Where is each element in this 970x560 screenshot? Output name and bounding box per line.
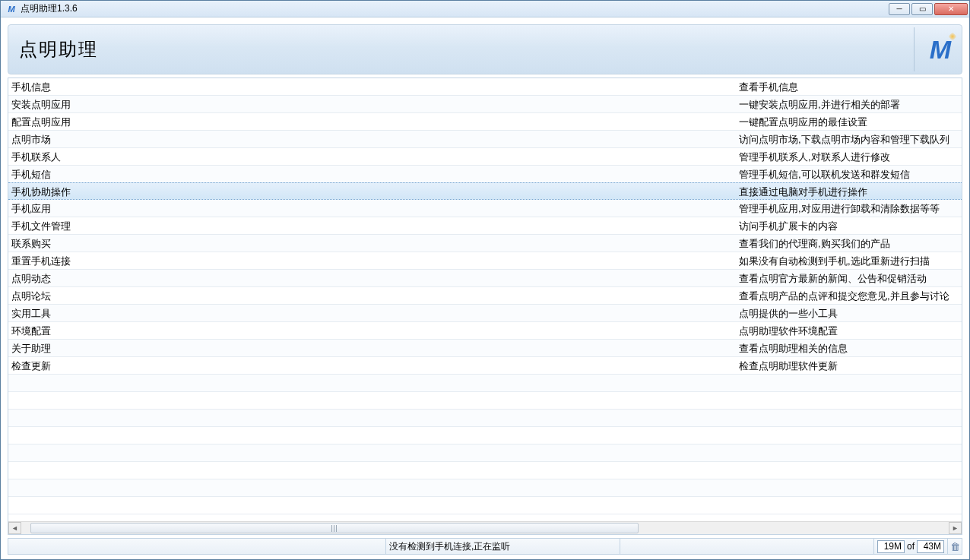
- list-item[interactable]: 检查更新检查点明助理软件更新: [8, 357, 962, 375]
- item-name: 关于助理: [8, 340, 736, 356]
- item-name: 联系购买: [8, 235, 736, 252]
- content-panel: 手机信息查看手机信息安装点明应用一键安装点明应用,并进行相关的部署配置点明应用一…: [8, 78, 962, 535]
- item-description: 查看点明官方最新的新闻、公告和促销活动: [736, 270, 962, 286]
- list-item[interactable]: 关于助理查看点明助理相关的信息: [8, 340, 962, 357]
- item-description: 查看点明助理相关的信息: [736, 340, 962, 356]
- item-description: 查看我们的代理商,购买我们的产品: [736, 235, 962, 252]
- logo-wrap: M: [914, 27, 951, 71]
- item-description: 如果没有自动检测到手机,选此重新进行扫描: [736, 252, 962, 269]
- list-item[interactable]: 手机信息查看手机信息: [8, 78, 962, 96]
- status-bar: 没有检测到手机连接,正在监听 19M of 43M 🗑: [8, 538, 962, 555]
- memory-used-field[interactable]: 19M: [877, 540, 905, 553]
- list-item[interactable]: 手机应用管理手机应用,对应用进行卸载和清除数据等等: [8, 200, 962, 217]
- item-description: 检查点明助理软件更新: [736, 357, 962, 374]
- item-description: 管理手机短信,可以联机发送和群发短信: [736, 166, 962, 182]
- item-name: 安装点明应用: [8, 96, 736, 112]
- list-item[interactable]: 点明论坛查看点明产品的点评和提交您意见,并且参与讨论: [8, 287, 962, 305]
- item-name: 手机短信: [8, 166, 736, 182]
- list-item-empty: [8, 479, 962, 497]
- item-name: 重置手机连接: [8, 252, 736, 269]
- memory-of-label: of: [907, 541, 915, 552]
- list-item-empty: [8, 392, 962, 410]
- maximize-button[interactable]: ▭: [911, 3, 933, 15]
- item-name: 检查更新: [8, 357, 736, 374]
- item-description: 点明助理软件环境配置: [736, 322, 962, 339]
- list-item[interactable]: 实用工具点明提供的一些小工具: [8, 305, 962, 322]
- item-description: 访问手机扩展卡的内容: [736, 217, 962, 234]
- item-description: 一键配置点明应用的最佳设置: [736, 113, 962, 130]
- app-icon: M: [5, 3, 17, 15]
- item-name: 点明动态: [8, 270, 736, 286]
- page-title: 点明助理: [19, 37, 98, 62]
- status-spacer: [620, 539, 874, 554]
- item-description: 管理手机联系人,对联系人进行修改: [736, 148, 962, 165]
- list-item[interactable]: 点明市场访问点明市场,下载点明市场内容和管理下载队列: [8, 131, 962, 148]
- list-item[interactable]: 手机协助操作直接通过电脑对手机进行操作: [8, 182, 962, 200]
- scroll-right-button[interactable]: ►: [949, 522, 962, 534]
- status-message: 没有检测到手机连接,正在监听: [386, 539, 620, 554]
- menu-list: 手机信息查看手机信息安装点明应用一键安装点明应用,并进行相关的部署配置点明应用一…: [8, 78, 962, 521]
- horizontal-scrollbar[interactable]: ◄ ►: [8, 521, 962, 534]
- item-name: 点明论坛: [8, 287, 736, 304]
- window-title: 点明助理1.3.6: [21, 2, 889, 15]
- item-name: 手机联系人: [8, 148, 736, 165]
- item-name: 手机信息: [8, 78, 736, 95]
- list-item-empty: [8, 410, 962, 427]
- logo-icon: M: [930, 35, 951, 65]
- item-description: 管理手机应用,对应用进行卸载和清除数据等等: [736, 200, 962, 217]
- list-item[interactable]: 重置手机连接如果没有自动检测到手机,选此重新进行扫描: [8, 252, 962, 270]
- list-item[interactable]: 手机文件管理访问手机扩展卡的内容: [8, 217, 962, 235]
- list-item[interactable]: 手机短信管理手机短信,可以联机发送和群发短信: [8, 166, 962, 183]
- list-item-empty: [8, 445, 962, 462]
- list-item[interactable]: 点明动态查看点明官方最新的新闻、公告和促销活动: [8, 270, 962, 287]
- list-item-empty: [8, 462, 962, 479]
- item-description: 查看手机信息: [736, 78, 962, 95]
- list-item[interactable]: 手机联系人管理手机联系人,对联系人进行修改: [8, 148, 962, 166]
- list-item[interactable]: 联系购买查看我们的代理商,购买我们的产品: [8, 235, 962, 252]
- memory-indicator: 19M of 43M: [874, 539, 948, 554]
- status-spacer: [8, 539, 386, 554]
- close-button[interactable]: ✕: [934, 3, 968, 15]
- item-description: 查看点明产品的点评和提交您意见,并且参与讨论: [736, 287, 962, 304]
- header-band: 点明助理 M: [8, 24, 962, 74]
- list-item-empty: [8, 375, 962, 392]
- trash-icon[interactable]: 🗑: [948, 541, 962, 552]
- item-name: 配置点明应用: [8, 113, 736, 130]
- titlebar[interactable]: M 点明助理1.3.6 ─ ▭ ✕: [1, 1, 969, 17]
- scroll-thumb[interactable]: [30, 523, 639, 533]
- list-item-empty: [8, 427, 962, 445]
- list-item[interactable]: 环境配置点明助理软件环境配置: [8, 322, 962, 340]
- item-name: 手机协助操作: [8, 183, 736, 199]
- list-item[interactable]: 配置点明应用一键配置点明应用的最佳设置: [8, 113, 962, 131]
- minimize-button[interactable]: ─: [889, 3, 910, 15]
- list-item-empty: [8, 497, 962, 514]
- item-name: 手机应用: [8, 200, 736, 217]
- item-description: 点明提供的一些小工具: [736, 305, 962, 321]
- item-description: 访问点明市场,下载点明市场内容和管理下载队列: [736, 131, 962, 147]
- window-controls: ─ ▭ ✕: [889, 3, 968, 15]
- memory-total-field[interactable]: 43M: [917, 540, 944, 553]
- scroll-track[interactable]: [21, 522, 949, 534]
- item-name: 实用工具: [8, 305, 736, 321]
- item-name: 点明市场: [8, 131, 736, 147]
- item-description: 直接通过电脑对手机进行操作: [736, 183, 962, 199]
- item-name: 手机文件管理: [8, 217, 736, 234]
- item-name: 环境配置: [8, 322, 736, 339]
- list-item[interactable]: 安装点明应用一键安装点明应用,并进行相关的部署: [8, 96, 962, 113]
- scroll-left-button[interactable]: ◄: [8, 522, 21, 534]
- item-description: 一键安装点明应用,并进行相关的部署: [736, 96, 962, 112]
- application-window: M 点明助理1.3.6 ─ ▭ ✕ 点明助理 M 手机信息查看手机信息安装点明应…: [0, 0, 970, 560]
